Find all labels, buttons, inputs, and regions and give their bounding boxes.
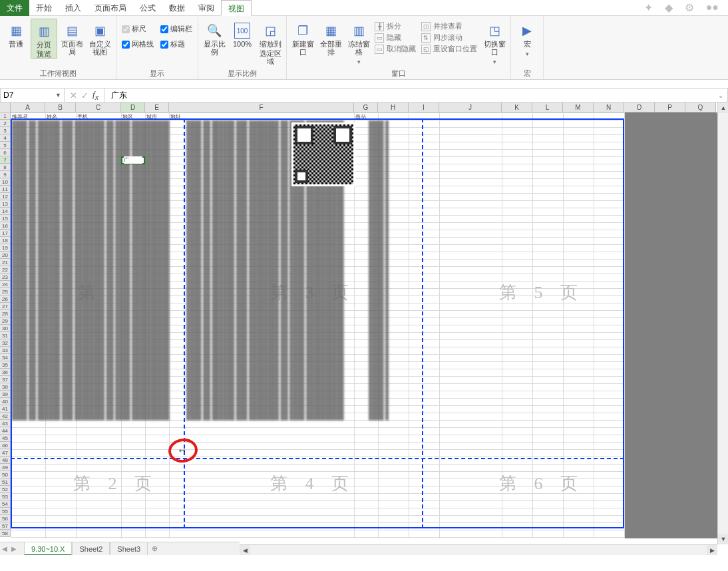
name-box[interactable]: D7 ▼ [1,89,65,102]
tab-home[interactable]: 开始 [29,0,59,16]
chk-headings[interactable]: 标题 [160,39,192,49]
row-headers[interactable]: 1234567891011121314151617181920212223242… [0,112,11,537]
tab-file[interactable]: 文件 [0,0,29,16]
sheet-tab-2[interactable]: Sheet2 [72,542,110,556]
col-header-A[interactable]: A [11,102,45,112]
row-header-37[interactable]: 37 [0,376,11,383]
horizontal-scrollbar[interactable]: ◀ ▶ [240,544,717,555]
row-header-35[interactable]: 35 [0,361,11,369]
row-header-5[interactable]: 5 [0,142,11,149]
row-header-56[interactable]: 56 [0,515,11,522]
tab-page-layout[interactable]: 页面布局 [88,0,133,16]
row-header-33[interactable]: 33 [0,347,11,354]
switch-window-button[interactable]: ◳ 切换窗口 ▾ [481,19,508,65]
row-header-36[interactable]: 36 [0,369,11,376]
expand-formula-bar[interactable]: ⌄ [714,92,727,99]
col-header-H[interactable]: H [378,102,409,112]
row-header-49[interactable]: 49 [0,464,11,471]
view-page-layout-button[interactable]: ▤ 页面布局 [59,19,85,56]
split-button[interactable]: ╋拆分 [375,21,416,31]
tab-view[interactable]: 视图 [221,0,252,16]
col-header-C[interactable]: C [76,102,121,112]
view-custom-button[interactable]: ▣ 自定义视图 [87,19,113,56]
tab-insert[interactable]: 插入 [59,0,88,16]
row-header-58[interactable]: 58 [0,530,11,537]
row-header-6[interactable]: 6 [0,149,11,156]
row-header-19[interactable]: 19 [0,244,11,252]
sheet-nav-prev[interactable]: ◀ [0,542,9,556]
row-header-4[interactable]: 4 [0,134,11,142]
row-header-54[interactable]: 54 [0,500,11,508]
row-header-45[interactable]: 45 [0,435,11,442]
col-header-Q[interactable]: Q [685,102,716,112]
chk-formula-bar[interactable]: 编辑栏 [160,24,192,34]
col-header-K[interactable]: K [502,102,532,112]
row-header-9[interactable]: 9 [0,171,11,178]
row-header-39[interactable]: 39 [0,391,11,398]
row-header-16[interactable]: 16 [0,222,11,230]
row-header-47[interactable]: 47 [0,449,11,457]
col-header-B[interactable]: B [45,102,76,112]
zoom-selection-button[interactable]: ◲ 缩放到 选定区域 [257,19,283,65]
row-header-13[interactable]: 13 [0,200,11,208]
freeze-panes-button[interactable]: ▥ 冻结窗格 ▾ [345,19,372,65]
row-header-8[interactable]: 8 [0,164,11,171]
row-header-31[interactable]: 31 [0,332,11,339]
row-header-57[interactable]: 57 [0,522,11,530]
sheet-tab-3[interactable]: Sheet3 [110,542,148,556]
row-header-53[interactable]: 53 [0,493,11,500]
cancel-icon[interactable]: ✕ [70,91,77,100]
macros-button[interactable]: ▶ 宏 ▾ [514,19,540,57]
side-by-side-button[interactable]: ◫并排查看 [421,21,477,31]
sync-scroll-button[interactable]: ⇅同步滚动 [421,33,477,43]
reset-pos-button[interactable]: ◱重设窗口位置 [421,44,477,54]
row-header-41[interactable]: 41 [0,405,11,413]
scroll-right-icon[interactable]: ▶ [707,545,717,555]
col-header-N[interactable]: N [594,102,624,112]
zoom-100-button[interactable]: 100 100% [229,19,256,48]
row-header-32[interactable]: 32 [0,339,11,347]
row-header-27[interactable]: 27 [0,303,11,310]
row-header-17[interactable]: 17 [0,230,11,237]
row-header-23[interactable]: 23 [0,274,11,281]
row-header-42[interactable]: 42 [0,413,11,420]
row-header-21[interactable]: 21 [0,259,11,266]
sheet-tab-active[interactable]: 9.30~10.X [24,542,72,556]
row-header-22[interactable]: 22 [0,266,11,274]
row-header-29[interactable]: 29 [0,317,11,325]
sheet-nav-next[interactable]: ▶ [9,542,19,556]
scroll-down-icon[interactable]: ▼ [718,534,728,544]
col-header-M[interactable]: M [563,102,594,112]
col-header-J[interactable]: J [439,102,502,112]
row-header-1[interactable]: 1 [0,112,11,120]
row-header-48[interactable]: 48 [0,457,11,464]
row-header-40[interactable]: 40 [0,398,11,405]
row-header-50[interactable]: 50 [0,471,11,478]
tab-data[interactable]: 数据 [162,0,192,16]
chk-ruler[interactable]: 标尺 [122,24,154,34]
row-header-28[interactable]: 28 [0,310,11,317]
col-header-I[interactable]: I [409,102,439,112]
row-header-18[interactable]: 18 [0,237,11,244]
row-header-7[interactable]: 7 [0,156,11,164]
row-header-52[interactable]: 52 [0,486,11,493]
col-header-F[interactable]: F [169,102,354,112]
vertical-scrollbar[interactable]: ▲ ▼ [717,102,728,544]
row-header-26[interactable]: 26 [0,295,11,303]
row-header-12[interactable]: 12 [0,193,11,200]
row-header-10[interactable]: 10 [0,178,11,186]
row-header-11[interactable]: 11 [0,186,11,193]
row-header-3[interactable]: 3 [0,127,11,134]
hide-button[interactable]: ▭隐藏 [375,33,416,43]
chk-gridlines[interactable]: 网格线 [122,39,154,49]
row-header-46[interactable]: 46 [0,442,11,449]
enter-icon[interactable]: ✓ [81,91,89,100]
column-headers[interactable]: ABCDEFGHIJKLMNOPQ [11,102,716,112]
scroll-up-icon[interactable]: ▲ [718,102,728,113]
col-header-D[interactable]: D [121,102,145,112]
new-window-button[interactable]: ❐ 新建窗口 [289,19,316,56]
formula-input[interactable]: 广东 [104,90,714,101]
col-header-G[interactable]: G [354,102,378,112]
row-header-51[interactable]: 51 [0,478,11,486]
tab-formulas[interactable]: 公式 [133,0,162,16]
